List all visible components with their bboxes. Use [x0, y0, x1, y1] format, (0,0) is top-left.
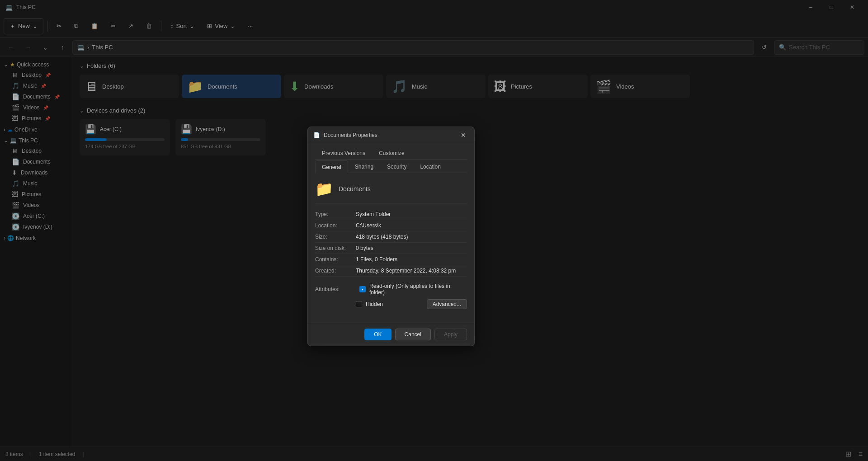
dialog-body: 📁 Documents Type: System Folder Location…	[308, 173, 474, 323]
attr-row-readonly: Attributes: ▪ Read-only (Only applies to…	[315, 281, 467, 297]
readonly-label: Read-only (Only applies to files in fold…	[369, 283, 467, 296]
hidden-checkbox[interactable]	[356, 301, 362, 307]
documents-properties-dialog: 📄 Documents Properties ✕ Previous Versio…	[307, 127, 475, 346]
dialog-title-icon: 📄	[313, 132, 320, 138]
ok-button[interactable]: OK	[364, 329, 391, 340]
dialog-label-location: Location:	[315, 222, 356, 229]
dialog-tab-previous-versions[interactable]: Previous Versions	[315, 147, 372, 159]
dialog-close-button[interactable]: ✕	[458, 130, 469, 141]
dialog-value-type: System Folder	[356, 211, 391, 217]
dialog-tab-row1: General Sharing Security Location	[315, 160, 467, 173]
attr-row-hidden: Hidden Advanced...	[315, 297, 467, 311]
dialog-label-sizeondisk: Size on disk:	[315, 245, 356, 251]
dialog-label-contains: Contains:	[315, 256, 356, 263]
dialog-row-sizeondisk: Size on disk: 0 bytes	[315, 243, 467, 254]
dialog-label-created: Created:	[315, 268, 356, 274]
dialog-value-size: 418 bytes (418 bytes)	[356, 234, 408, 240]
dialog-value-created: Thursday, 8 September 2022, 4:08:32 pm	[356, 268, 456, 274]
dialog-tab-customize[interactable]: Customize	[372, 147, 411, 159]
dialog-folder-name: Documents	[339, 185, 371, 193]
checkbox-check-icon: ▪	[362, 287, 363, 292]
dialog-footer: OK Cancel Apply	[308, 323, 474, 346]
dialog-row-location: Location: C:\Users\k	[315, 220, 467, 231]
dialog-row-created: Created: Thursday, 8 September 2022, 4:0…	[315, 265, 467, 277]
dialog-label-type: Type:	[315, 211, 356, 217]
dialog-attributes-label: Attributes:	[315, 286, 356, 292]
dialog-value-contains: 1 Files, 0 Folders	[356, 256, 397, 263]
cancel-button[interactable]: Cancel	[395, 329, 431, 340]
dialog-tab-general[interactable]: General	[315, 160, 348, 173]
dialog-tab-location[interactable]: Location	[413, 160, 447, 173]
dialog-tab-sharing[interactable]: Sharing	[348, 160, 380, 173]
dialog-row-contains: Contains: 1 Files, 0 Folders	[315, 254, 467, 265]
dialog-label-size: Size:	[315, 234, 356, 240]
dialog-row-size: Size: 418 bytes (418 bytes)	[315, 231, 467, 243]
advanced-button[interactable]: Advanced...	[427, 299, 467, 309]
dialog-tab-row2: Previous Versions Customize	[315, 147, 467, 160]
dialog-title-text: Documents Properties	[324, 132, 377, 138]
dialog-title: 📄 Documents Properties	[313, 132, 377, 138]
dialog-attributes: Attributes: ▪ Read-only (Only applies to…	[315, 277, 467, 315]
dialog-folder-header: 📁 Documents	[315, 180, 467, 203]
readonly-checkbox[interactable]: ▪	[359, 286, 366, 292]
dialog-value-sizeondisk: 0 bytes	[356, 245, 373, 251]
hidden-label: Hidden	[366, 301, 383, 307]
apply-button[interactable]: Apply	[434, 329, 467, 340]
dialog-folder-icon: 📁	[315, 180, 333, 198]
dialog-row-type: Type: System Folder	[315, 209, 467, 220]
dialog-tabs: Previous Versions Customize General Shar…	[308, 143, 474, 173]
dialog-tab-security[interactable]: Security	[380, 160, 413, 173]
dialog-title-bar: 📄 Documents Properties ✕	[308, 127, 474, 143]
dialog-value-location: C:\Users\k	[356, 222, 381, 229]
